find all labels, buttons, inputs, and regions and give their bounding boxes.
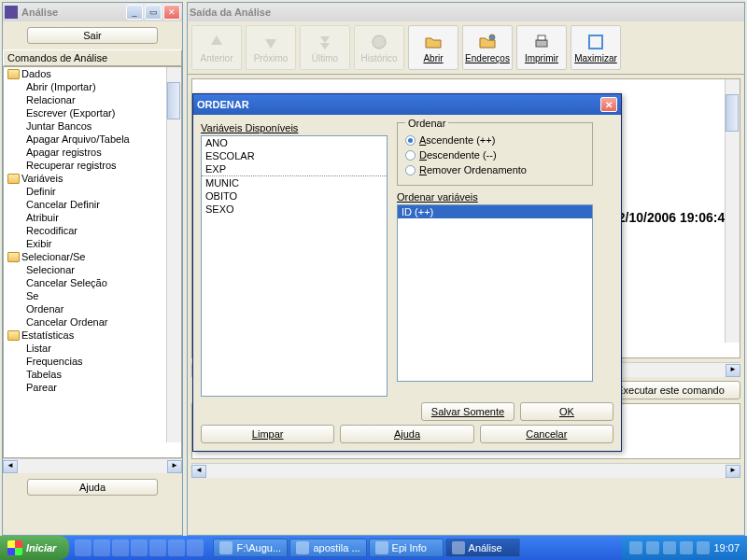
restore-button[interactable]: ▭ (145, 5, 162, 20)
dialog-titlebar[interactable]: ORDENAR ✕ (193, 94, 621, 115)
tree-folder[interactable]: Estatísticas (4, 329, 181, 342)
dialog-close-button[interactable]: ✕ (600, 97, 617, 112)
tray-icon[interactable] (663, 541, 676, 554)
right-titlebar: Saída da Análise (188, 3, 744, 21)
imprimir-button[interactable]: Imprimir (516, 25, 567, 70)
minimize-button[interactable]: _ (126, 5, 143, 20)
ql-item[interactable] (112, 539, 129, 556)
tool-label: Maximizar (574, 53, 617, 63)
taskbar-app-button[interactable]: F:\Augu... (213, 539, 288, 557)
tray-icon[interactable] (697, 541, 710, 554)
dialog-help-button[interactable]: Ajuda (340, 425, 473, 443)
tree-command-item[interactable]: Cancelar Definir (4, 198, 181, 211)
taskbar-app-button[interactable]: Análise (445, 539, 520, 557)
taskbar: Iniciar F:\Augu...apostila ...Epi InfoAn… (0, 536, 747, 560)
tray-icon[interactable] (646, 541, 659, 554)
scroll-left-icon[interactable]: ◄ (191, 465, 206, 478)
radio-icon (405, 135, 416, 146)
radio-label: Descendente (--) (419, 149, 497, 161)
tree-command-item[interactable]: Cancelar Ordenar (4, 315, 181, 329)
taskbar-app-button[interactable]: Epi Info (369, 539, 444, 557)
folder-icon (7, 69, 20, 79)
tree-vscroll[interactable] (166, 67, 181, 442)
enderecos-button[interactable]: Endereços (462, 25, 513, 70)
available-var-item[interactable]: SEXO (202, 203, 387, 216)
tray-icon[interactable] (629, 541, 642, 554)
scroll-left-icon[interactable]: ◄ (3, 460, 18, 473)
tree-command-item[interactable]: Tabelas (4, 368, 181, 381)
ql-item[interactable] (75, 539, 92, 556)
left-window-title: Análise (21, 7, 126, 18)
taskbar-app-button[interactable]: apostila ... (289, 539, 366, 557)
tree-command-item[interactable]: Se (4, 289, 181, 302)
available-var-item[interactable]: EXP (202, 162, 387, 176)
tree-command-item[interactable]: Parear (4, 381, 181, 394)
tree-command-item[interactable]: Apagar registros (4, 146, 181, 159)
ql-item[interactable] (187, 539, 204, 556)
tree-command-item[interactable]: Cancelar Seleção (4, 276, 181, 289)
exit-button[interactable]: Sair (27, 27, 158, 44)
available-vars-listbox[interactable]: ANOESCOLAREXPMUNICOBITOSEXO (201, 135, 388, 397)
tree-command-item[interactable]: Relacionar (4, 93, 181, 106)
folder-label: Estatísticas (21, 329, 74, 341)
tree-command-item[interactable]: Frequencias (4, 355, 181, 368)
tree-command-item[interactable]: Recodificar (4, 224, 181, 237)
commands-tree[interactable]: DadosAbrir (Importar)RelacionarEscrever … (3, 66, 182, 458)
ql-item[interactable] (131, 539, 148, 556)
tree-command-item[interactable]: Juntar Bancos (4, 119, 181, 133)
ordered-vars-listbox[interactable]: ID (++) (397, 204, 593, 382)
tree-command-item[interactable]: Recuperar registros (4, 159, 181, 172)
tree-folder[interactable]: Variáveis (4, 172, 181, 185)
tool-label: Último (312, 53, 338, 63)
maximizar-button[interactable]: Maximizar (571, 25, 621, 70)
sort-direction-radio[interactable]: Descendente (--) (405, 147, 585, 162)
help-button[interactable]: Ajuda (27, 479, 158, 496)
tree-command-item[interactable]: Listar (4, 342, 181, 355)
taskbar-items: F:\Augu...apostila ...Epi InfoAnálise (209, 539, 622, 557)
tree-command-item[interactable]: Definir (4, 185, 181, 198)
scroll-right-icon[interactable]: ► (726, 465, 740, 478)
app-icon (296, 541, 309, 554)
taskbar-app-label: F:\Augu... (236, 542, 281, 553)
tree-folder[interactable]: Dados (4, 67, 181, 80)
app-icon (5, 6, 18, 19)
tree-command-item[interactable]: Exibir (4, 237, 181, 250)
start-button[interactable]: Iniciar (0, 536, 69, 560)
sort-direction-radio[interactable]: Remover Ordenamento (405, 162, 585, 177)
available-var-item[interactable]: MUNIC (202, 176, 387, 189)
ql-item[interactable] (168, 539, 185, 556)
cancel-button[interactable]: Cancelar (480, 425, 613, 443)
tray-icon[interactable] (680, 541, 693, 554)
analysis-commands-window: Análise _ ▭ ✕ Sair Comandos de Análise D… (2, 2, 183, 536)
ql-item[interactable] (93, 539, 110, 556)
clear-button[interactable]: Limpar (201, 425, 334, 443)
available-var-item[interactable]: ESCOLAR (202, 149, 387, 162)
output-timestamp: 22/10/2006 19:06:43 (611, 210, 732, 225)
ordered-var-item[interactable]: ID (++) (398, 205, 592, 218)
scroll-right-icon[interactable]: ► (726, 364, 740, 377)
save-only-button[interactable]: Salvar Somente (421, 402, 514, 421)
available-var-item[interactable]: OBITO (202, 189, 387, 203)
scroll-right-icon[interactable]: ► (167, 460, 182, 473)
editor-hscroll[interactable]: ◄ ► (191, 463, 740, 478)
available-vars-col: Variáveis Disponíveis ANOESCOLAREXPMUNIC… (201, 122, 388, 397)
ql-item[interactable] (149, 539, 166, 556)
tree-command-item[interactable]: Apagar Arquivo/Tabela (4, 133, 181, 146)
sort-direction-radio[interactable]: Ascendente (++) (405, 133, 585, 147)
tree-command-item[interactable]: Ordenar (4, 302, 181, 315)
tree-command-item[interactable]: Abrir (Importar) (4, 80, 181, 93)
tree-command-item[interactable]: Selecionar (4, 263, 181, 276)
close-button[interactable]: ✕ (163, 5, 180, 20)
tool-label: Imprimir (525, 53, 558, 63)
system-tray[interactable]: 19:07 (622, 536, 747, 560)
folder-icon (7, 174, 20, 184)
tree-command-item[interactable]: Escrever (Exportar) (4, 106, 181, 119)
folder-icon (7, 252, 20, 262)
output-vscroll[interactable] (725, 79, 740, 343)
tree-command-item[interactable]: Atribuir (4, 211, 181, 224)
available-var-item[interactable]: ANO (202, 136, 387, 149)
ok-button[interactable]: OK (520, 402, 613, 421)
tree-hscroll[interactable]: ◄ ► (3, 458, 182, 473)
abrir-button[interactable]: Abrir (408, 25, 458, 70)
tree-folder[interactable]: Selecionar/Se (4, 250, 181, 263)
